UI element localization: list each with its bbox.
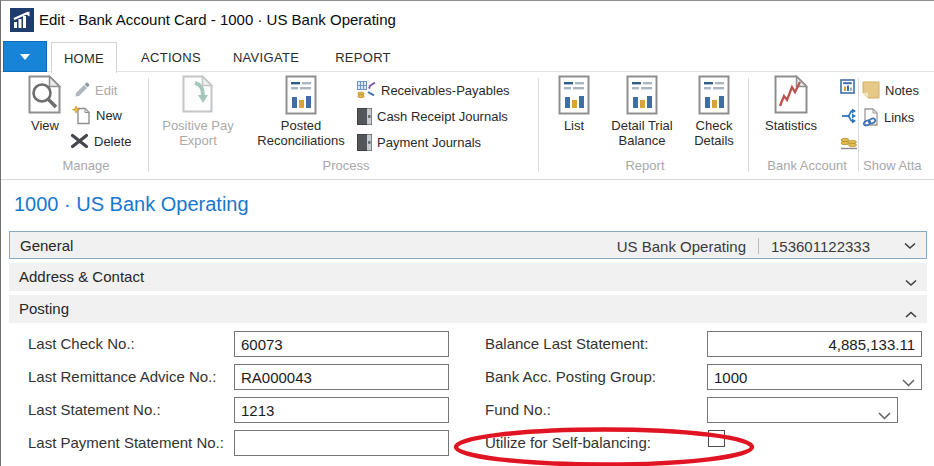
fasttab-address-contact[interactable]: Address & Contact	[9, 263, 927, 291]
last-payment-statement-no-label: Last Payment Statement No.:	[28, 430, 224, 456]
receivables-payables-icon	[357, 81, 376, 99]
cash-receipt-journals-button[interactable]: Cash Receipt Journals	[357, 106, 508, 126]
show-attached-group-label: Show Atta	[863, 158, 934, 173]
links-button[interactable]: Links	[862, 107, 914, 127]
last-payment-statement-no-input[interactable]	[234, 430, 449, 456]
last-remittance-advice-no-input[interactable]	[234, 364, 449, 390]
last-statement-no-label: Last Statement No.:	[28, 397, 161, 423]
utilize-for-self-balancing-checkbox[interactable]	[708, 430, 725, 447]
last-check-no-input[interactable]	[234, 331, 449, 357]
cash-receipt-journals-label: Cash Receipt Journals	[377, 109, 508, 124]
export-document-icon	[182, 75, 214, 115]
bank-account-card-window: Edit - Bank Account Card - 1000 · US Ban…	[0, 0, 934, 466]
application-menu-button[interactable]	[3, 41, 47, 72]
view-button-label: View	[31, 118, 59, 133]
report-chart-document-icon	[558, 75, 590, 115]
list-button[interactable]: List	[545, 75, 603, 133]
app-logo-icon	[10, 8, 34, 32]
journal-icon	[357, 108, 372, 125]
general-name-value: US Bank Operating	[617, 238, 746, 255]
ledger-entries-button[interactable]	[840, 133, 858, 153]
balance-last-statement-label: Balance Last Statement:	[485, 331, 648, 357]
last-remittance-advice-no-label: Last Remittance Advice No.:	[28, 364, 216, 390]
positive-pay-export-button[interactable]: Positive Pay Export	[151, 75, 245, 148]
process-group-label: Process	[161, 158, 531, 173]
chevron-down-icon[interactable]	[904, 242, 916, 250]
group-separator	[538, 78, 539, 172]
list-button-label: List	[564, 118, 584, 133]
fund-no-combobox[interactable]	[707, 397, 898, 423]
last-statement-no-input[interactable]	[234, 397, 449, 423]
tab-report[interactable]: REPORT	[329, 42, 397, 72]
positive-pay-export-label: Positive Pay Export	[151, 118, 245, 148]
delete-button[interactable]: Delete	[70, 131, 132, 151]
sticky-note-icon	[862, 81, 880, 99]
report-group-label: Report	[548, 158, 742, 173]
fasttab-posting[interactable]: Posting	[9, 295, 927, 323]
pencil-icon	[74, 82, 90, 98]
fasttab-general[interactable]: General US Bank Operating 153601122333	[9, 231, 927, 259]
fasttab-address-contact-label: Address & Contact	[9, 263, 144, 291]
bank-acc-posting-group-combobox[interactable]	[707, 364, 922, 390]
fasttab-posting-label: Posting	[9, 295, 69, 323]
summary-divider	[758, 238, 759, 254]
statistics-chart-document-icon	[774, 75, 808, 115]
bank-acc-posting-group-label: Bank Acc. Posting Group:	[485, 364, 656, 390]
detail-trial-balance-label: Detail Trial Balance	[603, 118, 681, 148]
balance-last-statement-input[interactable]	[707, 331, 922, 357]
bank-account-group-label: Bank Account	[755, 158, 859, 173]
receivables-payables-label: Receivables-Payables	[381, 83, 510, 98]
report-chart-document-icon	[626, 75, 658, 115]
new-page-icon	[72, 106, 91, 125]
statistics-button[interactable]: Statistics	[749, 75, 833, 133]
notes-button[interactable]: Notes	[862, 80, 919, 100]
tab-navigate[interactable]: NAVIGATE	[225, 42, 307, 72]
payment-journals-label: Payment Journals	[377, 135, 481, 150]
posted-reconciliations-button[interactable]: Posted Reconciliations	[247, 75, 355, 148]
link-page-icon	[862, 108, 879, 127]
chevron-up-icon[interactable]	[905, 305, 917, 323]
view-button[interactable]: View	[19, 75, 71, 133]
delete-x-icon	[70, 133, 89, 149]
dimensions-button[interactable]	[840, 105, 857, 125]
group-separator	[858, 78, 859, 172]
manage-group-label: Manage	[26, 158, 146, 173]
window-title: Edit - Bank Account Card - 1000 · US Ban…	[39, 11, 396, 28]
branch-arrows-icon	[840, 107, 857, 124]
delete-button-label: Delete	[94, 134, 132, 149]
fasttab-general-label: General	[10, 232, 73, 260]
statement-chart-button[interactable]	[840, 77, 856, 97]
detail-trial-balance-button[interactable]: Detail Trial Balance	[603, 75, 681, 148]
notes-button-label: Notes	[885, 83, 919, 98]
links-button-label: Links	[884, 110, 914, 125]
report-chart-document-icon	[698, 75, 730, 115]
statistics-button-label: Statistics	[765, 118, 817, 133]
posted-reconciliations-label: Posted Reconciliations	[247, 118, 355, 148]
last-check-no-label: Last Check No.:	[28, 331, 135, 357]
chart-window-icon	[840, 79, 856, 95]
new-button[interactable]: New	[72, 105, 122, 125]
chevron-down-icon[interactable]	[905, 273, 917, 291]
journal-icon	[357, 134, 372, 151]
check-details-button[interactable]: Check Details	[682, 75, 746, 148]
tab-navigate-label: NAVIGATE	[233, 50, 299, 65]
edit-button-label: Edit	[95, 83, 117, 98]
check-details-label: Check Details	[682, 118, 746, 148]
tab-report-label: REPORT	[335, 50, 391, 65]
tab-home-label: HOME	[64, 51, 104, 66]
fund-no-label: Fund No.:	[485, 397, 551, 423]
group-separator	[148, 78, 149, 172]
edit-button[interactable]: Edit	[74, 80, 117, 100]
page-title: 1000 · US Bank Operating	[14, 193, 249, 216]
tab-actions[interactable]: ACTIONS	[131, 42, 211, 72]
chevron-down-icon	[19, 53, 31, 61]
report-chart-document-icon	[285, 75, 317, 115]
new-button-label: New	[96, 108, 122, 123]
payment-journals-button[interactable]: Payment Journals	[357, 132, 481, 152]
ribbon: View Edit New Delete Manage	[1, 72, 934, 180]
general-account-no-value: 153601122333	[771, 238, 870, 255]
receivables-payables-button[interactable]: Receivables-Payables	[357, 80, 510, 100]
tab-actions-label: ACTIONS	[141, 50, 201, 65]
tab-home[interactable]: HOME	[51, 42, 117, 73]
fasttab-general-summary: US Bank Operating 153601122333	[617, 232, 920, 260]
